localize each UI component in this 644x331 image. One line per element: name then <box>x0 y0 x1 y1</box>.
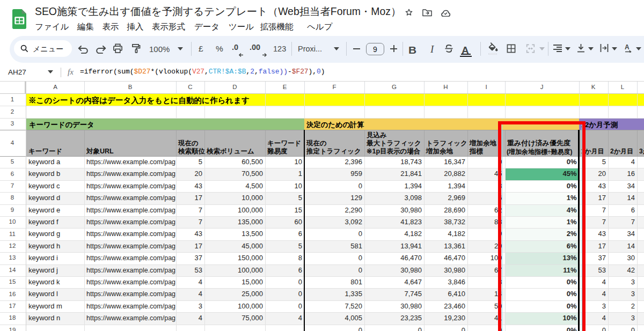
svg-text:A: A <box>625 43 630 51</box>
